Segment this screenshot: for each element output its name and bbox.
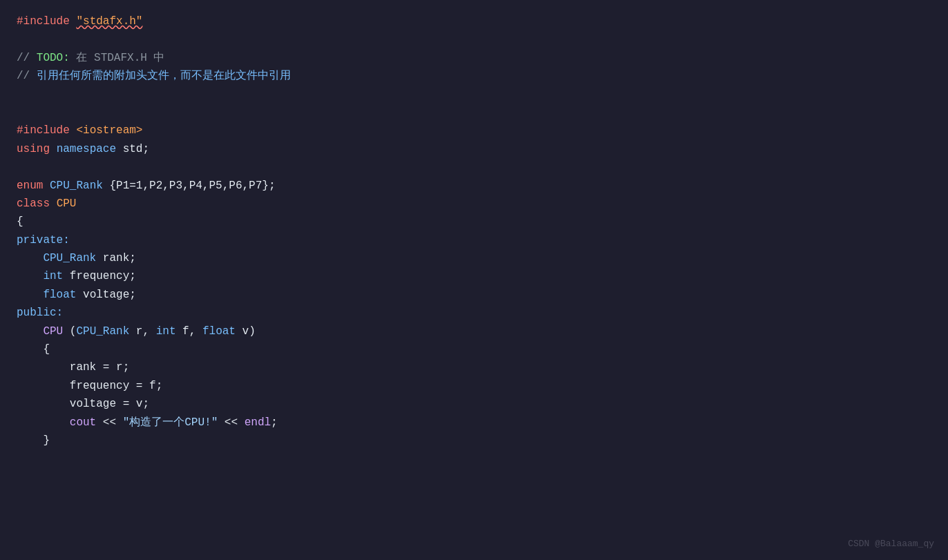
assign-rank-lhs: rank bbox=[70, 361, 96, 374]
cout-keyword: cout bbox=[70, 416, 96, 429]
method-close-brace-partial: } bbox=[43, 434, 50, 447]
semicolon-21: ; bbox=[156, 380, 163, 392]
keyword-class: class bbox=[17, 197, 50, 210]
var-frequency: frequency bbox=[70, 270, 129, 282]
keyword-include2: #include bbox=[17, 124, 70, 137]
var-rank: rank bbox=[103, 252, 129, 264]
empty-line-2 bbox=[17, 30, 931, 48]
code-line-22: voltage = v; bbox=[17, 395, 931, 413]
type-float: float bbox=[43, 289, 76, 301]
semicolon-16: ; bbox=[129, 289, 136, 301]
access-public: public: bbox=[17, 307, 63, 319]
endl-keyword: endl bbox=[245, 416, 271, 429]
empty-line-5 bbox=[17, 86, 931, 104]
param-type-int: int bbox=[156, 325, 176, 338]
string-cpu-msg: "构造了一个CPU!" bbox=[123, 416, 218, 429]
code-line-18: CPU (CPU_Rank r, int f, float v) bbox=[17, 322, 931, 340]
class-open-brace: { bbox=[17, 215, 23, 228]
code-line-16: float voltage; bbox=[17, 286, 931, 304]
comma-1: , bbox=[142, 325, 149, 338]
code-line-20: rank = r; bbox=[17, 358, 931, 376]
keyword-enum: enum bbox=[17, 180, 43, 192]
enum-values: P1=1,P2,P3,P4,P5,P6,P7 bbox=[116, 180, 262, 192]
comment-slashes-3: // bbox=[17, 52, 37, 64]
code-line-1: #include "stdafx.h" bbox=[17, 12, 931, 30]
code-editor: #include "stdafx.h" // TODO: 在 STDAFX.H … bbox=[0, 0, 948, 560]
enum-name: CPU_Rank bbox=[50, 180, 103, 192]
paren-open-18: ( bbox=[70, 325, 77, 338]
keyword-namespace: namespace bbox=[57, 143, 116, 155]
operator-eq-21: = bbox=[136, 380, 143, 392]
empty-line-6 bbox=[17, 104, 931, 122]
semicolon-8: ; bbox=[142, 143, 149, 155]
paren-close-18: ) bbox=[249, 325, 256, 338]
comment-body-3: 在 STDAFX.H 中 bbox=[70, 52, 165, 64]
class-name-cpu: CPU bbox=[57, 197, 77, 210]
keyword-include: #include bbox=[17, 15, 70, 28]
code-line-13: private: bbox=[17, 231, 931, 249]
method-open-brace: { bbox=[43, 343, 50, 356]
code-line-3: // TODO: 在 STDAFX.H 中 bbox=[17, 49, 931, 67]
code-line-8: using namespace std; bbox=[17, 140, 931, 158]
code-line-4: // 引用任何所需的附加头文件，而不是在此文件中引用 bbox=[17, 67, 931, 85]
code-line-12: { bbox=[17, 213, 931, 231]
enum-open-brace: { bbox=[109, 180, 116, 192]
keyword-using: using bbox=[17, 143, 50, 155]
var-voltage: voltage bbox=[83, 289, 129, 301]
type-cpu-rank: CPU_Rank bbox=[43, 252, 96, 264]
enum-close-brace: } bbox=[262, 180, 269, 192]
param-f: f bbox=[182, 325, 189, 338]
semicolon-20: ; bbox=[123, 361, 130, 374]
empty-line-9 bbox=[17, 158, 931, 176]
type-int: int bbox=[43, 270, 63, 282]
assign-rank-rhs: r bbox=[116, 361, 123, 374]
semicolon-15: ; bbox=[129, 270, 136, 282]
code-line-11: class CPU bbox=[17, 195, 931, 213]
code-line-15: int frequency; bbox=[17, 267, 931, 285]
string-stdafx: "stdafx.h" bbox=[76, 15, 142, 28]
comma-2: , bbox=[189, 325, 196, 338]
param-type-float: float bbox=[202, 325, 236, 338]
semicolon-14: ; bbox=[129, 252, 136, 264]
string-iostream: <iostream> bbox=[76, 124, 142, 137]
semicolon-22: ; bbox=[142, 398, 149, 410]
assign-voltage-lhs: voltage bbox=[70, 398, 116, 410]
code-line-19: { bbox=[17, 340, 931, 358]
access-private: private: bbox=[17, 234, 70, 247]
constructor-name: CPU bbox=[43, 325, 63, 338]
comment-slashes-4: // bbox=[17, 70, 37, 82]
operator-lshift-2: << bbox=[225, 416, 238, 429]
semicolon-23: ; bbox=[271, 416, 278, 429]
assign-freq-lhs: frequency bbox=[70, 380, 129, 392]
operator-lshift-1: << bbox=[103, 416, 116, 429]
param-v: v bbox=[243, 325, 249, 338]
semicolon-10: ; bbox=[269, 180, 276, 192]
code-line-14: CPU_Rank rank; bbox=[17, 249, 931, 267]
code-line-10: enum CPU_Rank {P1=1,P2,P3,P4,P5,P6,P7}; bbox=[17, 177, 931, 195]
comment-todo: TODO: bbox=[37, 52, 70, 64]
code-line-23: cout << "构造了一个CPU!" << endl; bbox=[17, 414, 931, 432]
param-type-cpurank: CPU_Rank bbox=[76, 325, 129, 338]
code-line-17: public: bbox=[17, 304, 931, 322]
code-line-7: #include <iostream> bbox=[17, 122, 931, 139]
watermark: CSDN @Balaaam_qy bbox=[848, 537, 934, 552]
code-line-24: } bbox=[17, 432, 931, 450]
code-line-21: frequency = f; bbox=[17, 377, 931, 395]
comment-body-4: 引用任何所需的附加头文件，而不是在此文件中引用 bbox=[37, 70, 291, 82]
operator-eq-20: = bbox=[103, 361, 110, 374]
assign-freq-rhs: f bbox=[149, 380, 156, 392]
namespace-std: std bbox=[123, 143, 143, 155]
operator-eq-22: = bbox=[123, 398, 130, 410]
